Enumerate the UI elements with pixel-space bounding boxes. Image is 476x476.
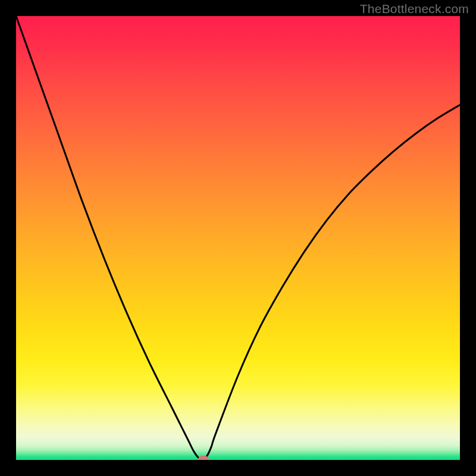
curve-layer	[16, 16, 460, 460]
chart-frame: TheBottleneck.com	[0, 0, 476, 476]
bottleneck-curve-path	[16, 16, 460, 459]
plot-area	[16, 16, 460, 460]
watermark-text: TheBottleneck.com	[360, 2, 469, 16]
optimum-marker	[198, 456, 209, 461]
